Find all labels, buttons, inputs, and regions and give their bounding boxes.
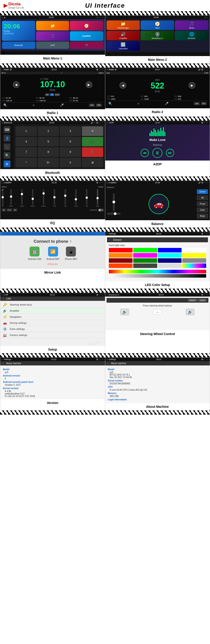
balance-vertical-slider[interactable] xyxy=(113,194,115,212)
am-btn-2[interactable]: AM xyxy=(194,102,200,105)
bt-key-0[interactable]: 0+ xyxy=(38,158,59,168)
tag-ta[interactable]: TA xyxy=(50,94,54,96)
radio-mic-btn-1[interactable]: 🎤 xyxy=(60,103,64,107)
preset-p2-2[interactable]: P2603 xyxy=(141,95,174,98)
bt-key-dtmf[interactable]: ⊞ xyxy=(82,158,103,168)
tile-navi[interactable]: 🧭 xyxy=(70,21,103,30)
setup-item-extra[interactable]: ⚙️ Extra settings xyxy=(0,326,105,332)
mm2-calculator[interactable]: 🔢 Calculator xyxy=(107,41,140,51)
swatch-vermillion[interactable] xyxy=(109,264,133,268)
vol-down-btn[interactable]: 🔉 xyxy=(120,309,129,315)
eq-band-slider-sub[interactable] xyxy=(97,189,98,205)
swatch-white[interactable] xyxy=(182,248,206,252)
hue-slider[interactable] xyxy=(109,270,206,273)
bt-key-call[interactable]: 📞 xyxy=(82,137,103,146)
tile-video[interactable]: 🎬 xyxy=(70,42,103,49)
bt-key-star[interactable]: * xyxy=(16,158,37,168)
sw-back[interactable]: ← xyxy=(109,299,111,302)
brightness-slider[interactable] xyxy=(109,274,206,278)
fm-btn-1[interactable]: FM xyxy=(96,104,101,107)
preset-p6-1[interactable]: P687.50 xyxy=(70,100,103,102)
about-back[interactable]: ← xyxy=(107,362,109,364)
preset-p3-1[interactable]: P398.10 xyxy=(70,97,103,99)
eq-band-slider-2[interactable] xyxy=(21,189,23,205)
help-icon[interactable]: ? xyxy=(70,240,72,244)
swatch-darkgreen[interactable] xyxy=(133,258,157,263)
rear-btn[interactable]: Rear xyxy=(197,214,208,218)
swatch-darkgrey[interactable] xyxy=(133,264,157,268)
mm2-music[interactable]: 🎵 Music xyxy=(175,20,208,30)
preset-p4-1[interactable]: P4106.10 xyxy=(3,100,36,102)
swatch-grey[interactable] xyxy=(182,258,206,263)
swatch-blue[interactable] xyxy=(158,248,182,252)
setup-item-steering[interactable]: 🔑 Steering wheel keys xyxy=(0,302,105,308)
a2dp-next-btn[interactable]: ⏭ xyxy=(166,149,174,157)
setup-item-navigation[interactable]: 🧭 Navigation xyxy=(0,314,105,320)
tag-af[interactable]: AF xyxy=(45,94,49,96)
radio-search-btn-2[interactable]: 🔍 xyxy=(109,102,112,106)
fm-btn-2[interactable]: FM xyxy=(201,102,206,105)
vol-up-btn[interactable]: 🔊 xyxy=(186,309,194,315)
bt-key-del[interactable]: ✕ xyxy=(82,126,103,136)
radio-list-btn-1[interactable]: ≡ xyxy=(33,103,34,107)
bt-key-4[interactable]: 4 xyxy=(16,137,37,146)
eq-prev-preset[interactable]: ◀ xyxy=(2,208,6,212)
option-android-usb[interactable]: 🤖 Android USB xyxy=(28,246,41,260)
setup-item-factory[interactable]: 🏭 Factory settings xyxy=(0,332,105,338)
all-btn[interactable]: All xyxy=(197,196,208,200)
eq-band-slider-7[interactable] xyxy=(75,189,76,205)
mm2-wheelkey[interactable]: 🎡 WheelKey S. xyxy=(141,31,174,40)
swatch-cyan[interactable] xyxy=(158,253,182,258)
preset-p5-2[interactable]: P51620 xyxy=(141,98,174,100)
preset-p6-2[interactable]: P6522 xyxy=(175,98,208,100)
swatch-red[interactable] xyxy=(109,248,133,252)
bt-dialpad-icon[interactable]: ⌨ xyxy=(4,126,10,133)
settings-icon[interactable]: ⚙ xyxy=(2,51,5,55)
radio-list-btn-2[interactable]: ≡ xyxy=(138,102,139,106)
driver-btn[interactable]: Driver xyxy=(197,189,208,194)
bt-key-9[interactable]: 9 xyxy=(60,147,81,157)
eq-band-slider-8[interactable] xyxy=(86,189,87,205)
eq-band-slider-4[interactable] xyxy=(43,189,44,205)
balance-horizontal-slider[interactable] xyxy=(107,213,121,214)
radio-next-btn-1[interactable]: ▶ xyxy=(86,81,92,88)
bt-key-1[interactable]: 1 xyxy=(16,126,37,136)
tile-music[interactable]: 🎵 xyxy=(36,31,69,41)
preset-p4-2[interactable]: P41404 xyxy=(108,98,141,100)
am-btn-1[interactable]: AM xyxy=(89,104,95,107)
radio-prev-btn-2[interactable]: ◀ xyxy=(120,82,126,89)
bt-call-icon[interactable]: 📞 xyxy=(4,144,10,150)
mm2-browser[interactable]: 🌐 Browser xyxy=(175,31,208,40)
swatch-darkblue[interactable] xyxy=(158,258,182,263)
swatch-lightgrey[interactable] xyxy=(158,264,182,268)
eq-vol-slider[interactable] xyxy=(2,192,4,207)
option-iphone-wifi[interactable]: 📱 iPhone WiFi xyxy=(65,246,77,260)
reset-btn[interactable]: RESET xyxy=(188,299,197,302)
swatch-orange[interactable] xyxy=(109,253,133,258)
bt-bluetooth-icon[interactable]: ⊕ xyxy=(4,160,10,167)
radio-search-btn-1[interactable]: 🔍 xyxy=(4,103,7,107)
swatch-green[interactable] xyxy=(133,248,157,252)
swatch-magenta[interactable] xyxy=(133,253,157,258)
bt-key-6[interactable]: 6 xyxy=(60,137,81,146)
bt-key-hash[interactable]: # xyxy=(60,158,81,168)
bt-contact-icon[interactable]: 👤 xyxy=(4,135,10,142)
eq-next-preset[interactable]: ▶ xyxy=(13,208,17,212)
swatch-yellow[interactable] xyxy=(182,253,206,258)
led-back-btn[interactable]: ← xyxy=(109,238,112,242)
setup-item-amplifier[interactable]: 🔊 Amplifier xyxy=(0,308,105,314)
tile-amplifier[interactable]: Amplifier xyxy=(70,31,103,41)
eq-flat-btn[interactable]: Flat xyxy=(7,208,12,212)
bt-search-icon[interactable]: 🔍 xyxy=(4,152,10,159)
bt-key-5[interactable]: 5 xyxy=(38,137,59,146)
eq-band-slider-1[interactable] xyxy=(10,189,12,205)
preset-p2-1[interactable]: P290.10 xyxy=(36,97,69,99)
eq-band-slider-3[interactable] xyxy=(32,189,33,205)
preset-p1-2[interactable]: P1522 xyxy=(108,95,141,98)
radio-mic-btn-2[interactable]: 🎤 xyxy=(165,102,168,106)
bt-key-8[interactable]: 8 xyxy=(38,147,59,157)
save-btn[interactable]: SAVE xyxy=(198,299,206,302)
back-setup[interactable]: ← xyxy=(2,298,4,300)
mm2-amplifier[interactable]: 🔊 Amplifier xyxy=(107,31,140,40)
radio-next-btn-2[interactable]: ▶ xyxy=(188,82,195,89)
